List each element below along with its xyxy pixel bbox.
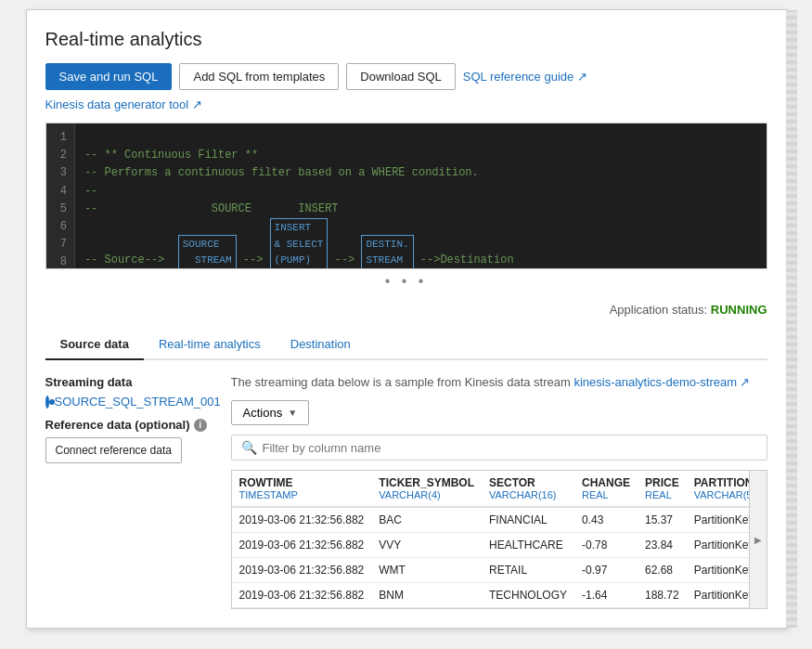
tab-realtime[interactable]: Real-time analytics <box>144 330 276 360</box>
data-table-wrapper: ROWTIME TIMESTAMP TICKER_SYMBOL VARCHAR(… <box>231 470 767 609</box>
right-panel: The streaming data below is a sample fro… <box>231 375 767 609</box>
stream-name: SOURCE_SQL_STREAM_001 <box>55 395 221 409</box>
status-value: RUNNING <box>711 303 767 317</box>
tab-destination[interactable]: Destination <box>276 330 366 360</box>
cell-partition-key: PartitionKey <box>687 507 767 533</box>
connect-ref-button[interactable]: Connect reference data <box>45 437 182 463</box>
cell-ticker: BAC <box>371 507 482 533</box>
table-row: 2019-03-06 21:32:56.882 WMT RETAIL -0.97… <box>232 558 767 583</box>
reference-guide-label: SQL reference guide <box>463 70 574 84</box>
cell-sector: RETAIL <box>482 558 574 583</box>
ref-data-label: Reference data (optional) i <box>45 418 213 432</box>
stream-info-text: The streaming data below is a sample fro… <box>231 375 767 389</box>
cell-partition-key: PartitionKey <box>687 583 767 608</box>
cell-price: 23.84 <box>638 533 687 558</box>
cell-change: -0.97 <box>574 558 638 583</box>
cell-sector: FINANCIAL <box>482 507 574 533</box>
table-row: 2019-03-06 21:32:56.882 VVY HEALTHCARE -… <box>232 533 767 558</box>
tabs: Source data Real-time analytics Destinat… <box>45 330 767 360</box>
kinesis-link[interactable]: Kinesis data generator tool ↗ <box>45 97 767 111</box>
status-label: Application status: <box>610 303 708 317</box>
add-templates-button[interactable]: Add SQL from templates <box>179 63 339 90</box>
cell-price: 15.37 <box>638 507 687 533</box>
actions-label: Actions <box>243 406 283 420</box>
cell-sector: TECHNOLOGY <box>482 583 574 608</box>
download-button[interactable]: Download SQL <box>346 63 455 90</box>
cell-rowtime: 2019-03-06 21:32:56.882 <box>232 583 372 608</box>
actions-dropdown-icon: ▼ <box>288 408 297 418</box>
cell-rowtime: 2019-03-06 21:32:56.882 <box>232 533 372 558</box>
line-numbers: 12345 678910 11121314 <box>46 123 75 268</box>
stream-external-icon: ↗ <box>740 375 750 389</box>
filter-input[interactable] <box>263 441 757 455</box>
kinesis-external-icon: ↗ <box>192 97 202 111</box>
data-table: ROWTIME TIMESTAMP TICKER_SYMBOL VARCHAR(… <box>232 471 767 608</box>
cell-price: 188.72 <box>638 583 687 608</box>
col-price: PRICE REAL <box>638 471 687 507</box>
status-bar: Application status: RUNNING <box>45 303 767 317</box>
page-title: Real-time analytics <box>45 29 767 50</box>
page-container: Real-time analytics Save and run SQL Add… <box>26 9 787 629</box>
filter-bar: 🔍 <box>231 435 767 461</box>
left-panel: Streaming data SOURCE_SQL_STREAM_001 Ref… <box>45 375 231 609</box>
reference-guide-button[interactable]: SQL reference guide ↗ <box>463 64 587 89</box>
col-partition-key: PARTITION_KEY VARCHAR(512) <box>687 471 767 507</box>
save-run-button[interactable]: Save and run SQL <box>45 63 173 90</box>
external-link-icon: ↗ <box>577 70 587 84</box>
table-row: 2019-03-06 21:32:56.882 BNM TECHNOLOGY -… <box>232 583 767 608</box>
sql-editor[interactable]: 12345 678910 11121314 -- ** Continuous F… <box>45 123 767 269</box>
stream-radio-button[interactable] <box>45 396 49 409</box>
cell-ticker: VVY <box>371 533 482 558</box>
cell-rowtime: 2019-03-06 21:32:56.882 <box>232 507 372 533</box>
tab-source[interactable]: Source data <box>45 330 144 360</box>
table-row: 2019-03-06 21:32:56.882 BAC FINANCIAL 0.… <box>232 507 767 533</box>
table-header-row: ROWTIME TIMESTAMP TICKER_SYMBOL VARCHAR(… <box>232 471 767 507</box>
col-sector: SECTOR VARCHAR(16) <box>482 471 574 507</box>
cell-partition-key: PartitionKey <box>687 533 767 558</box>
cell-change: 0.43 <box>574 507 638 533</box>
actions-button[interactable]: Actions ▼ <box>231 400 310 425</box>
cell-ticker: WMT <box>371 558 482 583</box>
col-change: CHANGE REAL <box>574 471 638 507</box>
cell-partition-key: PartitionKey <box>687 558 767 583</box>
kinesis-link-label: Kinesis data generator tool <box>45 97 189 111</box>
code-content[interactable]: -- ** Continuous Filter ** -- Performs a… <box>75 123 767 268</box>
cell-rowtime: 2019-03-06 21:32:56.882 <box>232 558 372 583</box>
stream-link[interactable]: kinesis-analytics-demo-stream ↗ <box>574 375 750 389</box>
toolbar: Save and run SQL Add SQL from templates … <box>45 63 767 90</box>
col-rowtime: ROWTIME TIMESTAMP <box>232 471 372 507</box>
stream-radio-item[interactable]: SOURCE_SQL_STREAM_001 <box>45 395 213 409</box>
col-ticker: TICKER_SYMBOL VARCHAR(4) <box>371 471 482 507</box>
info-icon[interactable]: i <box>194 419 207 432</box>
cell-price: 62.68 <box>638 558 687 583</box>
scroll-indicator: • • • <box>45 269 767 293</box>
table-scroll[interactable]: ROWTIME TIMESTAMP TICKER_SYMBOL VARCHAR(… <box>232 471 767 608</box>
cell-change: -0.78 <box>574 533 638 558</box>
content-area: Streaming data SOURCE_SQL_STREAM_001 Ref… <box>45 375 767 609</box>
cell-change: -1.64 <box>574 583 638 608</box>
streaming-title: Streaming data <box>45 375 213 389</box>
cell-ticker: BNM <box>371 583 482 608</box>
search-icon: 🔍 <box>241 440 257 455</box>
cell-sector: HEALTHCARE <box>482 533 574 558</box>
